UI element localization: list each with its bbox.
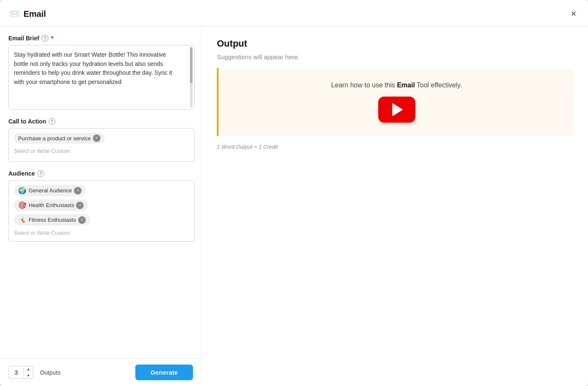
cta-label: Call to Action ? (8, 118, 195, 125)
cta-tag-1-label: Purchase a product or service (18, 135, 91, 142)
audience-tags-row-3: 🤸 Fitness Enthusiasts × (14, 214, 189, 226)
audience-tags-row: 🌍 General Audience × (14, 185, 189, 196)
modal-title: Email (24, 9, 46, 19)
generate-button[interactable]: Generate (135, 365, 193, 380)
email-modal: ✉️ Email × Email Brief ? * (0, 0, 588, 386)
audience-tags-input[interactable]: 🌍 General Audience × 🎯 Health Enthusiast… (8, 180, 195, 242)
spinner-down-button[interactable]: ▼ (24, 373, 33, 379)
learn-text-post: Tool effectively. (415, 81, 462, 89)
email-brief-textarea-wrap (8, 45, 195, 110)
audience-tag-general-label: General Audience (29, 187, 72, 194)
cta-tags-input[interactable]: Purchase a product or service × Select o… (8, 128, 195, 162)
left-scroll-area: Email Brief ? * Call to Action (0, 26, 201, 358)
learn-box: Learn how to use this Email Tool effecti… (217, 68, 573, 136)
output-title: Output (217, 38, 573, 49)
audience-tag-fitness-remove[interactable]: × (78, 216, 86, 224)
textarea-scrollbar (190, 47, 192, 108)
audience-tag-general-remove[interactable]: × (74, 187, 82, 194)
outputs-label: Outputs (40, 369, 61, 376)
textarea-scrollbar-thumb (190, 47, 192, 83)
credit-note: 1 Word Output = 1 Credit (217, 144, 573, 150)
left-footer: 3 ▲ ▼ Outputs Generate (0, 358, 201, 386)
outputs-value: 3 (9, 367, 24, 378)
cta-help-icon[interactable]: ? (49, 118, 55, 125)
outputs-spinner: 3 ▲ ▼ (8, 366, 33, 379)
email-brief-section: Email Brief ? * (8, 35, 195, 110)
youtube-play-icon (392, 103, 403, 116)
audience-tag-general: 🌍 General Audience × (14, 185, 86, 196)
audience-tag-health-label: Health Enthusiasts (29, 202, 74, 208)
modal-title-wrap: ✉️ Email (10, 9, 46, 19)
email-brief-help-icon[interactable]: ? (42, 35, 48, 42)
learn-text-pre: Learn how to use this (331, 81, 397, 89)
youtube-button[interactable] (378, 97, 415, 123)
left-panel: Email Brief ? * Call to Action (0, 26, 202, 386)
audience-tag-health: 🎯 Health Enthusiasts × (14, 200, 88, 211)
cta-tags-row: Purchase a product or service × (14, 133, 189, 144)
health-icon: 🎯 (18, 201, 26, 209)
required-star: * (51, 35, 53, 42)
modal-body: Email Brief ? * Call to Action (0, 26, 588, 386)
audience-tags-row-2: 🎯 Health Enthusiasts × (14, 200, 189, 211)
fitness-icon: 🤸 (18, 216, 26, 224)
modal-header: ✉️ Email × (0, 0, 588, 26)
learn-text: Learn how to use this Email Tool effecti… (331, 81, 462, 89)
audience-placeholder: Select or Write Custom (14, 229, 189, 237)
audience-tag-fitness: 🤸 Fitness Enthusiasts × (14, 214, 90, 226)
cta-section: Call to Action ? Purchase a product or s… (8, 118, 195, 162)
spinner-buttons: ▲ ▼ (24, 366, 33, 379)
learn-tool-name: Email (397, 81, 415, 89)
cta-tag-1: Purchase a product or service × (14, 133, 105, 144)
audience-help-icon[interactable]: ? (37, 170, 44, 177)
audience-tag-health-remove[interactable]: × (76, 202, 84, 209)
suggestions-text: Suggestions will appear here. (217, 53, 573, 60)
cta-tag-1-remove[interactable]: × (93, 134, 100, 142)
email-brief-textarea[interactable] (9, 45, 194, 108)
audience-label: Audience ? (8, 170, 195, 177)
email-brief-label: Email Brief ? * (8, 35, 195, 42)
right-panel: Output Suggestions will appear here. Lea… (202, 26, 588, 386)
cta-placeholder: Select or Write Custom (14, 147, 189, 155)
close-button[interactable]: × (569, 8, 578, 20)
globe-icon: 🌍 (18, 186, 26, 194)
audience-tag-fitness-label: Fitness Enthusiasts (29, 217, 76, 223)
email-icon: ✉️ (10, 9, 19, 18)
audience-section: Audience ? 🌍 General Audience × (8, 170, 195, 242)
spinner-up-button[interactable]: ▲ (24, 366, 33, 373)
